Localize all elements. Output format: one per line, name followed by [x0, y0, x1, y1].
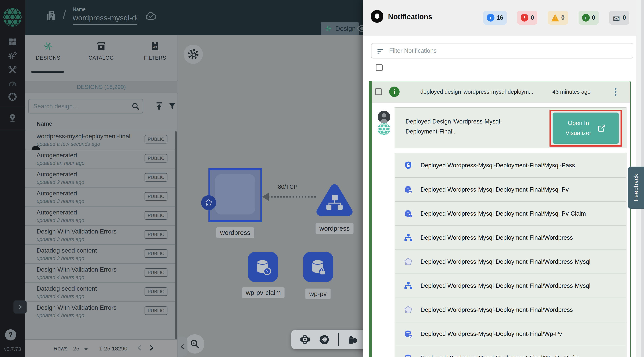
configuration-tools-icon[interactable]	[0, 65, 25, 75]
notification-checkbox[interactable]	[375, 88, 382, 95]
design-list-row[interactable]: Autogenerated updated 3 hours ago PUBLIC	[25, 206, 176, 225]
node-wordpress-service[interactable]	[315, 183, 354, 217]
search-icon[interactable]	[131, 102, 140, 111]
list-scrollbar[interactable]	[175, 131, 177, 353]
notification-count-chips: i 16 ! 0 ! 0 i 0 ✉ 0	[483, 11, 629, 25]
visibility-badge: PUBLIC	[144, 249, 168, 258]
canvas-settings-button[interactable]	[184, 45, 203, 64]
location-pin-icon[interactable]	[0, 113, 25, 123]
design-name-label: Name	[73, 6, 138, 12]
design-name: Design With Validation Errors	[36, 304, 117, 311]
notification-count-chip[interactable]: ! 0	[517, 11, 537, 25]
notification-filter-input[interactable]	[372, 43, 633, 58]
catalog-archive-icon	[96, 41, 107, 51]
design-name-input[interactable]	[73, 14, 138, 22]
search-input[interactable]	[29, 99, 142, 113]
node-label: wordpress	[216, 227, 254, 238]
notification-count-chip[interactable]: ! 0	[548, 11, 568, 25]
extensions-mesh-icon[interactable]	[0, 92, 25, 102]
design-list-row[interactable]: wordpress-mysql-deployment-final updated…	[25, 130, 176, 149]
next-page-button[interactable]	[148, 344, 155, 352]
lifecycle-gears-icon[interactable]	[0, 51, 25, 60]
deployed-item-text: Deployed Wordpress-Mysql-Deployment-Fina…	[420, 307, 573, 313]
design-list-row[interactable]: Design With Validation Errors updated 3 …	[25, 225, 176, 244]
design-name: Design With Validation Errors	[36, 266, 117, 273]
deployed-item-text: Deployed Wordpress-Mysql-Deployment-Fina…	[420, 355, 579, 357]
svg-text:?: ?	[266, 269, 268, 274]
shapes-icon[interactable]	[347, 334, 358, 345]
notification-card-header[interactable]: i deployed design 'wordpress-mysql-deplo…	[372, 81, 630, 102]
design-list-row[interactable]: Autogenerated updated an hour ago PUBLIC	[25, 149, 176, 168]
deployed-item-row[interactable]: ? Deployed Wordpress-Mysql-Deployment-Fi…	[395, 346, 626, 357]
resource-type-icon	[404, 233, 413, 242]
app-version: v0.7.73	[0, 346, 25, 352]
panel-collapse-handle[interactable]	[178, 337, 188, 357]
deployed-item-row[interactable]: Deployed Wordpress-Mysql-Deployment-Fina…	[395, 153, 626, 177]
design-list-row[interactable]: Design With Validation Errors updated 4 …	[25, 301, 176, 321]
chip-status-icon: !	[521, 14, 528, 21]
design-updated-time: updated 3 hours ago	[36, 198, 84, 204]
organization-building-icon[interactable]	[45, 9, 57, 22]
meshery-logo[interactable]	[3, 8, 22, 26]
active-tab-underline	[31, 71, 64, 73]
design-spiral-icon	[324, 24, 332, 33]
chip-status-icon: i	[487, 14, 494, 21]
open-in-visualizer-button[interactable]: Open In Visualizer	[552, 112, 619, 144]
deployed-item-row[interactable]: Deployed Wordpress-Mysql-Deployment-Fina…	[395, 177, 626, 201]
node-pentagon-badge-icon[interactable]	[201, 195, 216, 210]
filter-funnel-icon[interactable]	[168, 102, 177, 110]
help-button[interactable]: ?	[5, 329, 16, 341]
import-publish-icon[interactable]	[154, 101, 164, 111]
feedback-tab[interactable]: Feedback	[628, 167, 644, 209]
designs-count-header: DESIGNS (18,290)	[25, 81, 178, 93]
notification-count-chip[interactable]: i 0	[578, 11, 599, 25]
deployed-item-text: Deployed Wordpress-Mysql-Deployment-Fina…	[420, 258, 590, 265]
notification-count-chip[interactable]: ✉ 0	[609, 11, 629, 25]
tab-filters[interactable]: FILTERS	[132, 41, 178, 61]
kubernetes-icon[interactable]	[319, 334, 330, 345]
notification-card[interactable]: i deployed design 'wordpress-mysql-deplo…	[369, 81, 631, 357]
deployed-item-row[interactable]: ? Deployed Wordpress-Mysql-Deployment-Fi…	[395, 201, 626, 225]
chip-icon[interactable]	[300, 334, 311, 345]
design-updated-time: updated a few seconds ago	[36, 141, 100, 147]
visibility-badge: PUBLIC	[144, 173, 168, 182]
dashboard-icon[interactable]	[0, 37, 25, 46]
external-link-icon	[597, 124, 606, 132]
tab-design-mode[interactable]: Design	[321, 22, 359, 35]
deployed-item-text: Deployed Wordpress-Mysql-Deployment-Fina…	[420, 234, 573, 241]
design-name: Design With Validation Errors	[36, 228, 117, 235]
kebab-menu-icon[interactable]	[615, 88, 616, 96]
performance-gauge-icon[interactable]	[0, 78, 25, 88]
visibility-badge: PUBLIC	[144, 192, 168, 201]
annotation-highlight-box: Open In Visualizer	[550, 110, 622, 147]
design-list-row[interactable]: Autogenerated updated 3 hours ago PUBLIC	[25, 187, 176, 206]
deployed-item-row[interactable]: Deployed Wordpress-Mysql-Deployment-Fina…	[395, 250, 626, 274]
node-wp-pv[interactable]	[303, 252, 333, 282]
node-label: wp-pv-claim	[242, 287, 284, 298]
chevron-down-icon	[84, 348, 88, 351]
select-all-checkbox[interactable]	[376, 64, 383, 71]
tab-catalog[interactable]: CATALOG	[78, 41, 124, 61]
sidebar-expand-button[interactable]	[14, 301, 26, 314]
filters-wasm-icon	[150, 41, 160, 51]
design-list-row[interactable]: Datadog seed content updated 4 hours ago…	[25, 282, 176, 301]
design-updated-time: updated 2 hours ago	[36, 179, 84, 185]
deployed-item-row[interactable]: Deployed Wordpress-Mysql-Deployment-Fina…	[395, 225, 626, 250]
design-list-row[interactable]: Datadog seed content updated 3 hours ago…	[25, 244, 176, 263]
deployed-item-row[interactable]: Deployed Wordpress-Mysql-Deployment-Fina…	[395, 322, 626, 346]
node-wordpress-deployment[interactable]	[208, 168, 262, 222]
node-wp-pv-claim[interactable]: ?	[248, 252, 278, 282]
design-list-row[interactable]: Autogenerated updated 2 hours ago PUBLIC	[25, 168, 176, 187]
tab-designs[interactable]: DESIGNS	[25, 41, 71, 61]
rows-per-page-select[interactable]: 25	[73, 346, 79, 352]
previous-page-button[interactable]	[136, 344, 144, 352]
rows-per-page-label: Rows	[54, 346, 68, 352]
deployed-item-row[interactable]: Deployed Wordpress-Mysql-Deployment-Fina…	[395, 274, 626, 298]
design-list-row[interactable]: Design With Validation Errors updated 4 …	[25, 263, 176, 282]
edge-dotted-line[interactable]	[268, 196, 317, 198]
column-header-name[interactable]: Name	[36, 120, 52, 127]
deployed-item-row[interactable]: Deployed Wordpress-Mysql-Deployment-Fina…	[395, 298, 626, 322]
zoom-in-button[interactable]	[185, 334, 204, 354]
notification-count-chip[interactable]: i 16	[483, 11, 507, 25]
design-canvas[interactable]: wordpress 80/TCP wordpress ? wp-pv-claim…	[178, 35, 363, 357]
